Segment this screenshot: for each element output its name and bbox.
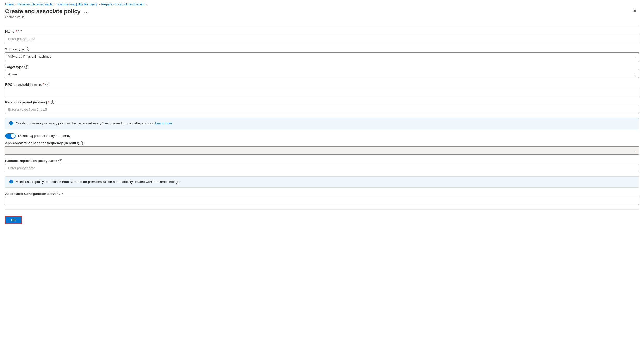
svg-text:i: i	[11, 180, 12, 183]
crash-consistency-banner: i Crash consistency recovery point will …	[5, 118, 639, 129]
failback-input[interactable]	[5, 164, 639, 172]
breadcrumb-home[interactable]: Home	[5, 3, 14, 6]
retention-group: Retention period (in days) * i	[5, 100, 639, 114]
target-type-select-wrapper: Azure On-premises ⌄	[5, 70, 639, 78]
app-snapshot-label: App-consistent snapshot frequency (in ho…	[5, 141, 639, 145]
app-snapshot-input: 0	[5, 146, 639, 155]
breadcrumb-sep-2: ›	[54, 3, 55, 6]
source-type-label: Source type i	[5, 47, 639, 51]
failback-info-icon[interactable]: i	[58, 159, 62, 162]
rpo-label: RPO threshold in mins * i	[5, 83, 639, 87]
crash-banner-icon: i	[9, 121, 13, 126]
failback-banner-icon: i	[9, 180, 13, 185]
associated-server-group: Associated Configuration Server i contos…	[5, 192, 639, 205]
name-input[interactable]	[5, 35, 639, 43]
app-snapshot-info-icon[interactable]: i	[81, 141, 84, 145]
associated-server-info-icon[interactable]: i	[59, 192, 63, 195]
rpo-info-icon[interactable]: i	[45, 83, 49, 86]
breadcrumb-sep-4: ›	[146, 3, 147, 6]
source-type-select[interactable]: VMware / Physical machines Hyper-V	[5, 52, 639, 61]
app-snapshot-select-wrapper: 0 ⌄	[5, 146, 639, 155]
toggle-label: Disable app consistency frequency	[18, 134, 70, 138]
breadcrumb-prepare[interactable]: Prepare infrastructure (Classic)	[101, 3, 144, 6]
failback-banner: i A replication policy for failback from…	[5, 176, 639, 188]
ok-button[interactable]: OK	[5, 216, 22, 224]
rpo-input[interactable]: 60	[5, 88, 639, 96]
breadcrumb: Home › Recovery Services vaults › contos…	[0, 0, 644, 8]
breadcrumb-sep-1: ›	[15, 3, 16, 6]
associated-server-input[interactable]: contosoCS	[5, 197, 639, 205]
crash-banner-learn-more-link[interactable]: Learn more	[155, 121, 172, 125]
breadcrumb-vault[interactable]: contoso-vault | Site Recovery	[57, 3, 97, 6]
target-type-group: Target type i Azure On-premises ⌄	[5, 65, 639, 78]
close-button[interactable]: ✕	[631, 8, 639, 15]
name-label: Name * i	[5, 30, 639, 34]
source-type-info-icon[interactable]: i	[26, 47, 29, 51]
rpo-group: RPO threshold in mins * i 60	[5, 83, 639, 96]
ellipsis-button[interactable]: ...	[83, 9, 90, 14]
app-consistency-toggle[interactable]	[5, 133, 16, 139]
target-type-label: Target type i	[5, 65, 639, 69]
rpo-required: *	[43, 83, 44, 87]
retention-label: Retention period (in days) * i	[5, 100, 639, 104]
toggle-slider	[5, 133, 16, 139]
failback-label: Failback replication policy name i	[5, 159, 639, 163]
crash-banner-text: Crash consistency recovery point will be…	[16, 121, 172, 126]
svg-text:i: i	[11, 122, 12, 125]
failback-group: Failback replication policy name i	[5, 159, 639, 172]
page-title: Create and associate policy	[5, 8, 81, 15]
retention-required: *	[48, 100, 49, 104]
target-type-select[interactable]: Azure On-premises	[5, 70, 639, 78]
footer-actions: OK	[5, 216, 639, 224]
target-type-info-icon[interactable]: i	[24, 65, 28, 69]
breadcrumb-sep-3: ›	[99, 3, 100, 6]
page-subtitle: contoso-vault	[5, 15, 90, 19]
source-type-select-wrapper: VMware / Physical machines Hyper-V ⌄	[5, 52, 639, 61]
toggle-row: Disable app consistency frequency	[5, 133, 639, 139]
failback-banner-text: A replication policy for failback from A…	[16, 179, 180, 185]
name-group: Name * i	[5, 30, 639, 43]
associated-server-label: Associated Configuration Server i	[5, 192, 639, 196]
retention-info-icon[interactable]: i	[51, 100, 54, 104]
name-info-icon[interactable]: i	[18, 30, 22, 33]
breadcrumb-vaults[interactable]: Recovery Services vaults	[18, 3, 53, 6]
name-required: *	[16, 30, 17, 34]
header-divider	[5, 25, 639, 25]
footer-divider	[5, 209, 639, 210]
retention-input[interactable]	[5, 106, 639, 114]
app-snapshot-group: App-consistent snapshot frequency (in ho…	[5, 141, 639, 155]
source-type-group: Source type i VMware / Physical machines…	[5, 47, 639, 61]
